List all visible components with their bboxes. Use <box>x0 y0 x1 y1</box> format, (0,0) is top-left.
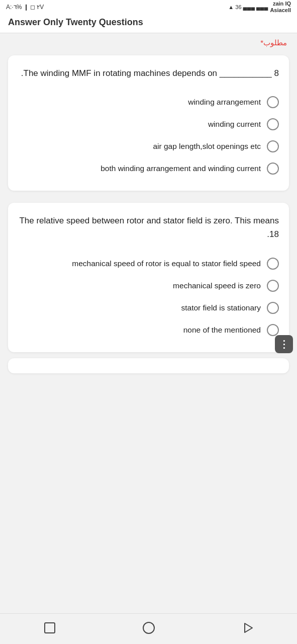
option-1-label: winding arrangement <box>18 98 261 107</box>
more-options-fab[interactable]: ⋮ <box>275 335 293 353</box>
question-card-18-wrapper: The relative speed between rotor and sta… <box>0 197 297 358</box>
status-left: A:·٢ ◻ ❙ %٦V <box>6 4 44 11</box>
option-4-radio <box>267 163 279 175</box>
question-8-option-4[interactable]: both winding arrangement and winding cur… <box>18 157 279 180</box>
option-1-radio <box>267 96 279 108</box>
carrier-name: zain IQAsiacell <box>270 1 291 14</box>
question-18-option-2[interactable]: mechanical speed is zero <box>18 275 279 297</box>
square-icon <box>43 621 57 635</box>
play-icon <box>241 621 255 635</box>
next-card-peek <box>8 358 289 373</box>
svg-point-1 <box>143 622 154 633</box>
svg-marker-2 <box>245 623 252 632</box>
status-bar: A:·٢ ◻ ❙ %٦V ▲ 36 ▄▄▄ ▄▄▄ zain IQAsiacel… <box>0 0 297 14</box>
nav-square-button[interactable] <box>33 619 67 637</box>
svg-rect-0 <box>45 623 55 633</box>
option-3-label: air gap length,slot openings etc <box>18 142 261 151</box>
signal-icons: ▲ 36 ▄▄▄ ▄▄▄ <box>228 4 268 10</box>
q18-option-2-label: mechanical speed is zero <box>18 281 261 290</box>
question-18-option-3[interactable]: stator field is stationary <box>18 297 279 319</box>
question-8-option-2[interactable]: winding current <box>18 113 279 135</box>
q18-option-3-radio <box>267 302 279 314</box>
question-card-8: The winding MMF in rotating machines dep… <box>8 55 289 191</box>
bottom-nav <box>0 613 297 644</box>
status-time: A:·٢ ◻ ❙ %٦V <box>6 4 44 11</box>
q18-option-1-radio <box>267 258 279 270</box>
question-8-text: The winding MMF in rotating machines dep… <box>18 66 279 80</box>
header-title: Answer Only Twenty Questions <box>8 17 143 27</box>
option-4-label: both winding arrangement and winding cur… <box>18 164 261 173</box>
q18-option-3-label: stator field is stationary <box>18 303 261 312</box>
question-card-18: The relative speed between rotor and sta… <box>8 203 289 352</box>
question-8-option-3[interactable]: air gap length,slot openings etc <box>18 135 279 157</box>
nav-circle-button[interactable] <box>132 619 166 637</box>
q18-option-1-label: mechanical speed of rotor is equal to st… <box>18 259 261 268</box>
option-2-radio <box>267 118 279 130</box>
circle-icon <box>142 621 156 635</box>
q18-option-4-label: none of the mentioned <box>18 326 261 335</box>
option-2-label: winding current <box>18 120 261 129</box>
q18-option-4-radio <box>267 324 279 336</box>
option-3-radio <box>267 140 279 152</box>
nav-play-button[interactable] <box>231 619 265 637</box>
question-8-option-1[interactable]: winding arrangement <box>18 91 279 113</box>
required-label: *مطلوب <box>0 33 297 49</box>
question-18-option-4[interactable]: none of the mentioned <box>18 319 279 341</box>
status-right: ▲ 36 ▄▄▄ ▄▄▄ zain IQAsiacell <box>228 1 291 14</box>
q18-option-2-radio <box>267 280 279 292</box>
question-18-option-1[interactable]: mechanical speed of rotor is equal to st… <box>18 253 279 275</box>
question-18-text: The relative speed between rotor and sta… <box>18 214 279 241</box>
page-header: Answer Only Twenty Questions <box>0 14 297 33</box>
